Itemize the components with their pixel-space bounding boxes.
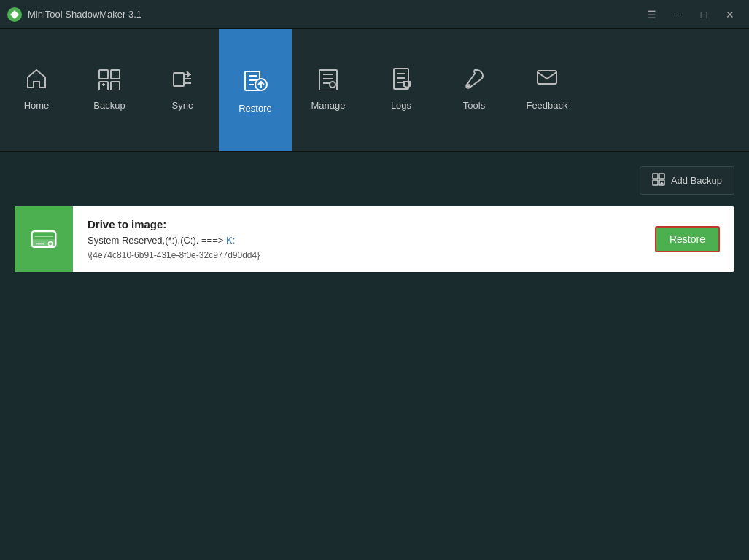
svg-rect-12 [653,174,658,179]
nav-bar: Home Backup Sync [0,29,749,152]
backup-card-actions: Restore [640,206,734,272]
restore-button[interactable]: Restore [655,226,720,252]
nav-item-home[interactable]: Home [0,29,73,151]
home-icon [25,67,48,94]
drive-icon [29,225,58,254]
add-backup-button[interactable]: Add Backup [640,166,734,195]
nav-label-manage: Manage [311,100,346,111]
svg-point-8 [330,82,335,88]
nav-item-logs[interactable]: Logs [365,29,438,151]
add-backup-label: Add Backup [671,175,722,186]
app-logo [7,7,22,22]
menu-button[interactable]: ☰ [640,4,663,25]
feedback-icon [535,67,559,94]
nav-label-home: Home [24,100,50,111]
svg-rect-0 [99,70,108,79]
nav-label-tools: Tools [463,100,485,111]
backup-card-path: \{4e74c810-6b91-431e-8f0e-32c977d90dd4} [88,250,626,260]
svg-rect-4 [174,73,184,86]
nav-item-manage[interactable]: Manage [292,29,365,151]
title-bar-controls: ☰ ─ □ ✕ [640,4,742,25]
tools-icon [462,67,486,94]
nav-item-tools[interactable]: Tools [438,29,511,151]
nav-label-sync: Sync [172,100,193,111]
backup-card-body: Drive to image: System Reserved,(*:),(C:… [73,206,640,272]
title-bar-left: MiniTool ShadowMaker 3.1 [7,7,141,22]
svg-rect-11 [538,71,556,84]
svg-rect-3 [111,82,120,90]
toolbar-row: Add Backup [15,166,734,195]
backup-card: Drive to image: System Reserved,(*:),(C:… [15,206,734,272]
close-button[interactable]: ✕ [718,4,742,25]
nav-label-restore: Restore [238,103,272,114]
nav-item-backup[interactable]: Backup [73,29,146,151]
svg-rect-13 [659,174,664,179]
content-area: Add Backup Drive to image: System Reserv… [0,152,749,560]
backup-icon [98,67,121,94]
backup-card-icon-bg [15,206,73,272]
nav-label-backup: Backup [93,100,125,111]
backup-destination-link[interactable]: K: [226,235,235,246]
logs-icon [389,67,413,94]
nav-item-feedback[interactable]: Feedback [511,29,583,151]
minimize-button[interactable]: ─ [666,4,689,25]
nav-label-logs: Logs [391,100,411,111]
svg-point-10 [467,85,470,87]
add-backup-icon [652,173,665,188]
restore-icon [242,67,268,97]
nav-item-sync[interactable]: Sync [146,29,219,151]
manage-icon [317,67,340,94]
nav-label-feedback: Feedback [526,100,567,111]
svg-rect-1 [111,70,120,79]
backup-card-title: Drive to image: [88,218,626,230]
svg-rect-14 [653,180,658,185]
sync-icon [171,67,194,94]
title-bar: MiniTool ShadowMaker 3.1 ☰ ─ □ ✕ [0,0,749,29]
app-title: MiniTool ShadowMaker 3.1 [28,9,141,20]
maximize-button[interactable]: □ [692,4,715,25]
nav-item-restore[interactable]: Restore [219,29,292,151]
backup-card-subtitle: System Reserved,(*:),(C:). ===> K: [88,235,626,246]
